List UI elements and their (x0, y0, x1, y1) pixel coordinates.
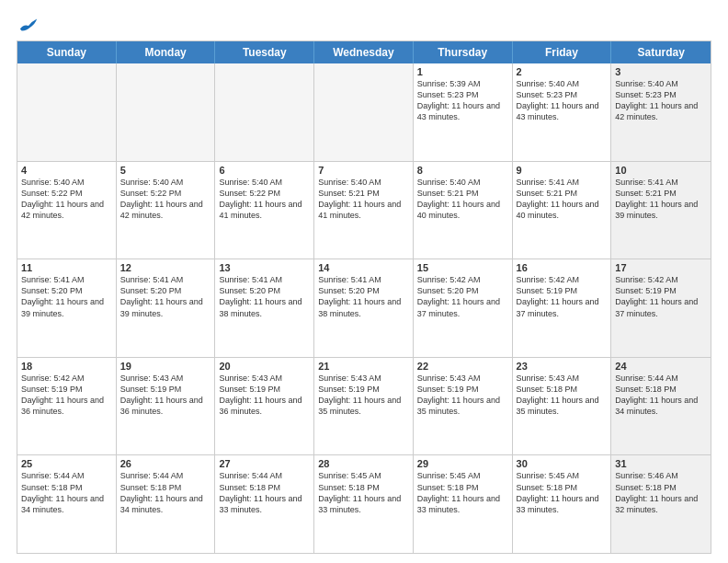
cell-info: Sunrise: 5:41 AM Sunset: 5:20 PM Dayligh… (21, 274, 112, 319)
logo (17, 17, 39, 33)
cell-info: Sunrise: 5:40 AM Sunset: 5:21 PM Dayligh… (417, 177, 508, 222)
calendar-cell: 25Sunrise: 5:44 AM Sunset: 5:18 PM Dayli… (17, 455, 117, 553)
calendar-cell: 28Sunrise: 5:45 AM Sunset: 5:18 PM Dayli… (314, 455, 414, 553)
calendar-cell: 7Sunrise: 5:40 AM Sunset: 5:21 PM Daylig… (314, 162, 414, 259)
cell-info: Sunrise: 5:42 AM Sunset: 5:19 PM Dayligh… (517, 274, 608, 319)
day-number: 9 (517, 165, 608, 176)
day-number: 16 (517, 262, 608, 273)
cell-info: Sunrise: 5:42 AM Sunset: 5:19 PM Dayligh… (615, 274, 707, 319)
day-number: 10 (615, 165, 707, 176)
day-number: 12 (120, 262, 211, 273)
cell-info: Sunrise: 5:40 AM Sunset: 5:21 PM Dayligh… (318, 177, 409, 222)
calendar-cell: 10Sunrise: 5:41 AM Sunset: 5:21 PM Dayli… (611, 162, 711, 259)
cell-info: Sunrise: 5:44 AM Sunset: 5:18 PM Dayligh… (615, 373, 707, 418)
cell-info: Sunrise: 5:41 AM Sunset: 5:20 PM Dayligh… (318, 274, 409, 319)
calendar-cell: 29Sunrise: 5:45 AM Sunset: 5:18 PM Dayli… (414, 455, 513, 553)
day-number: 14 (318, 262, 409, 273)
calendar-cell (117, 63, 216, 161)
day-number: 25 (21, 458, 112, 469)
day-number: 1 (417, 66, 508, 77)
cell-info: Sunrise: 5:40 AM Sunset: 5:22 PM Dayligh… (21, 177, 112, 222)
weekday-header: Tuesday (215, 41, 314, 63)
calendar-cell: 9Sunrise: 5:41 AM Sunset: 5:21 PM Daylig… (513, 162, 612, 259)
day-number: 7 (318, 165, 409, 176)
calendar-row: 11Sunrise: 5:41 AM Sunset: 5:20 PM Dayli… (17, 259, 711, 357)
calendar-cell: 4Sunrise: 5:40 AM Sunset: 5:22 PM Daylig… (17, 162, 117, 259)
day-number: 21 (318, 361, 409, 372)
day-number: 27 (219, 458, 310, 469)
calendar-cell: 24Sunrise: 5:44 AM Sunset: 5:18 PM Dayli… (611, 358, 711, 455)
header (17, 17, 711, 33)
calendar-cell: 22Sunrise: 5:43 AM Sunset: 5:19 PM Dayli… (414, 358, 513, 455)
cell-info: Sunrise: 5:40 AM Sunset: 5:22 PM Dayligh… (219, 177, 310, 222)
page: SundayMondayTuesdayWednesdayThursdayFrid… (0, 0, 728, 563)
cell-info: Sunrise: 5:42 AM Sunset: 5:19 PM Dayligh… (21, 373, 112, 418)
weekday-header: Monday (117, 41, 216, 63)
calendar-cell: 3Sunrise: 5:40 AM Sunset: 5:23 PM Daylig… (611, 63, 711, 161)
calendar-row: 4Sunrise: 5:40 AM Sunset: 5:22 PM Daylig… (17, 161, 711, 259)
cell-info: Sunrise: 5:43 AM Sunset: 5:19 PM Dayligh… (417, 373, 508, 418)
calendar-cell (215, 63, 314, 161)
calendar-cell: 16Sunrise: 5:42 AM Sunset: 5:19 PM Dayli… (513, 259, 612, 357)
day-number: 13 (219, 262, 310, 273)
calendar-cell: 6Sunrise: 5:40 AM Sunset: 5:22 PM Daylig… (215, 162, 314, 259)
calendar-row: 25Sunrise: 5:44 AM Sunset: 5:18 PM Dayli… (17, 454, 711, 553)
cell-info: Sunrise: 5:44 AM Sunset: 5:18 PM Dayligh… (219, 470, 310, 515)
cell-info: Sunrise: 5:46 AM Sunset: 5:18 PM Dayligh… (615, 470, 707, 515)
day-number: 26 (120, 458, 211, 469)
cell-info: Sunrise: 5:41 AM Sunset: 5:20 PM Dayligh… (219, 274, 310, 319)
calendar-cell: 26Sunrise: 5:44 AM Sunset: 5:18 PM Dayli… (117, 455, 216, 553)
calendar: SundayMondayTuesdayWednesdayThursdayFrid… (17, 40, 711, 554)
day-number: 6 (219, 165, 310, 176)
day-number: 5 (120, 165, 211, 176)
logo-bird-icon (18, 17, 39, 33)
calendar-cell (17, 63, 117, 161)
calendar-cell: 1Sunrise: 5:39 AM Sunset: 5:23 PM Daylig… (414, 63, 513, 161)
calendar-cell: 2Sunrise: 5:40 AM Sunset: 5:23 PM Daylig… (513, 63, 612, 161)
day-number: 2 (517, 66, 608, 77)
day-number: 4 (21, 165, 112, 176)
calendar-cell: 17Sunrise: 5:42 AM Sunset: 5:19 PM Dayli… (611, 259, 711, 357)
calendar-cell: 13Sunrise: 5:41 AM Sunset: 5:20 PM Dayli… (215, 259, 314, 357)
calendar-cell: 27Sunrise: 5:44 AM Sunset: 5:18 PM Dayli… (215, 455, 314, 553)
cell-info: Sunrise: 5:43 AM Sunset: 5:18 PM Dayligh… (517, 373, 608, 418)
cell-info: Sunrise: 5:45 AM Sunset: 5:18 PM Dayligh… (417, 470, 508, 515)
weekday-header: Friday (513, 41, 612, 63)
weekday-header: Wednesday (314, 41, 414, 63)
day-number: 15 (417, 262, 508, 273)
cell-info: Sunrise: 5:45 AM Sunset: 5:18 PM Dayligh… (318, 470, 409, 515)
day-number: 23 (517, 361, 608, 372)
logo-text (17, 17, 39, 33)
cell-info: Sunrise: 5:43 AM Sunset: 5:19 PM Dayligh… (318, 373, 409, 418)
cell-info: Sunrise: 5:40 AM Sunset: 5:23 PM Dayligh… (517, 78, 608, 123)
cell-info: Sunrise: 5:45 AM Sunset: 5:18 PM Dayligh… (517, 470, 608, 515)
weekday-header: Sunday (17, 41, 117, 63)
calendar-cell: 21Sunrise: 5:43 AM Sunset: 5:19 PM Dayli… (314, 358, 414, 455)
calendar-cell: 12Sunrise: 5:41 AM Sunset: 5:20 PM Dayli… (117, 259, 216, 357)
calendar-row: 18Sunrise: 5:42 AM Sunset: 5:19 PM Dayli… (17, 357, 711, 455)
day-number: 20 (219, 361, 310, 372)
day-number: 11 (21, 262, 112, 273)
calendar-header: SundayMondayTuesdayWednesdayThursdayFrid… (17, 41, 711, 63)
day-number: 31 (615, 458, 707, 469)
calendar-cell: 5Sunrise: 5:40 AM Sunset: 5:22 PM Daylig… (117, 162, 216, 259)
cell-info: Sunrise: 5:41 AM Sunset: 5:21 PM Dayligh… (517, 177, 608, 222)
calendar-cell: 23Sunrise: 5:43 AM Sunset: 5:18 PM Dayli… (513, 358, 612, 455)
day-number: 29 (417, 458, 508, 469)
day-number: 22 (417, 361, 508, 372)
weekday-header: Saturday (611, 41, 711, 63)
day-number: 24 (615, 361, 707, 372)
day-number: 8 (417, 165, 508, 176)
calendar-cell: 11Sunrise: 5:41 AM Sunset: 5:20 PM Dayli… (17, 259, 117, 357)
calendar-cell: 8Sunrise: 5:40 AM Sunset: 5:21 PM Daylig… (414, 162, 513, 259)
weekday-header: Thursday (414, 41, 513, 63)
calendar-row: 1Sunrise: 5:39 AM Sunset: 5:23 PM Daylig… (17, 63, 711, 161)
cell-info: Sunrise: 5:41 AM Sunset: 5:21 PM Dayligh… (615, 177, 707, 222)
day-number: 28 (318, 458, 409, 469)
calendar-cell: 14Sunrise: 5:41 AM Sunset: 5:20 PM Dayli… (314, 259, 414, 357)
cell-info: Sunrise: 5:44 AM Sunset: 5:18 PM Dayligh… (21, 470, 112, 515)
cell-info: Sunrise: 5:39 AM Sunset: 5:23 PM Dayligh… (417, 78, 508, 123)
calendar-cell: 15Sunrise: 5:42 AM Sunset: 5:20 PM Dayli… (414, 259, 513, 357)
day-number: 30 (517, 458, 608, 469)
calendar-body: 1Sunrise: 5:39 AM Sunset: 5:23 PM Daylig… (17, 63, 711, 553)
